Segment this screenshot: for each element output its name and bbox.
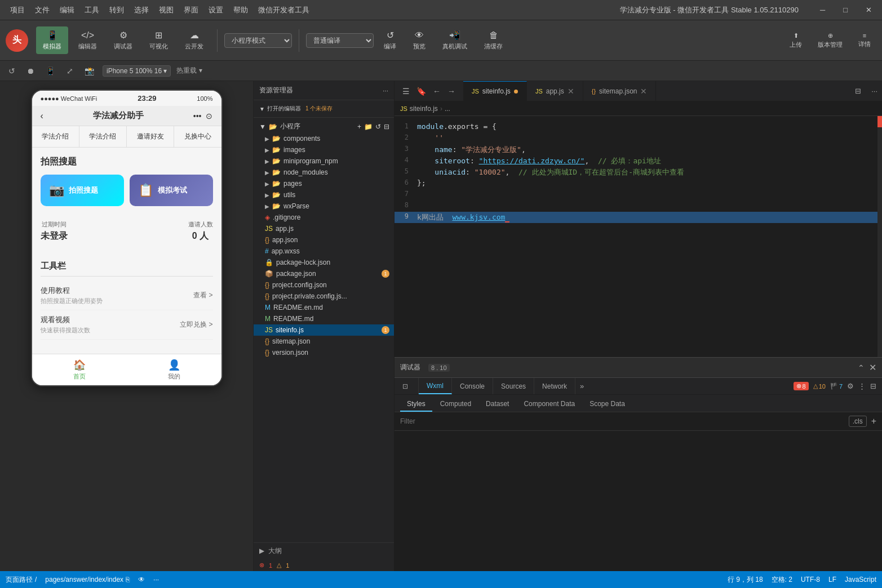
tool-item-video-action[interactable]: 立即兑换 > [180, 320, 212, 329]
action-card-photo[interactable]: 📷 拍照搜题 [41, 175, 124, 206]
status-row-col[interactable]: 行 9，列 18 [728, 575, 763, 585]
devtools-more-tabs[interactable]: » [575, 378, 588, 394]
status-encoding[interactable]: UTF-8 [801, 576, 820, 583]
cloud-button[interactable]: ☁ 云开发 [178, 26, 210, 54]
new-folder-icon[interactable]: 📁 [364, 123, 373, 131]
back-icon[interactable]: ‹ [41, 111, 43, 121]
menu-item-select[interactable]: 选择 [130, 3, 153, 17]
visualize-button[interactable]: ⊞ 可视化 [143, 26, 175, 54]
editor-back-icon[interactable]: ← [431, 86, 443, 97]
menu-item-interface[interactable]: 界面 [179, 3, 203, 17]
tree-folder-wxparse[interactable]: ▶ 📂 wxParse [254, 201, 394, 212]
add-style-icon[interactable]: + [871, 416, 876, 426]
capture-icon[interactable]: ⊙ [206, 112, 212, 121]
devtools-settings-icon[interactable]: ⚙ [847, 382, 854, 390]
detail-button[interactable]: ≡ 详情 [853, 30, 876, 51]
tree-file-projconfig[interactable]: {} project.config.json [254, 279, 394, 291]
clear-cache-button[interactable]: 🗑 清缓存 [477, 27, 509, 54]
menu-item-help[interactable]: 帮助 [229, 3, 252, 17]
subtab-scope-data[interactable]: Scope Data [583, 397, 632, 412]
tree-file-pkgjson[interactable]: 📦 package.json 1 [254, 268, 394, 279]
tab-xuefahuanjie[interactable]: 学法介绍 [32, 126, 79, 147]
tree-file-projprivate[interactable]: {} project.private.config.js... [254, 291, 394, 302]
status-path[interactable]: pages/answer/index/index ⎘ [45, 576, 130, 583]
tree-file-readme-en[interactable]: M README.en.md [254, 302, 394, 313]
device-selector[interactable]: iPhone 5 100% 16 ▾ [103, 65, 171, 77]
tree-folder-node-modules[interactable]: ▶ 📂 node_modules [254, 167, 394, 178]
devtools-expand-icon[interactable]: ⌃ [858, 363, 865, 372]
status-line-ending[interactable]: LF [828, 576, 836, 583]
code-content[interactable]: 1 module.exports = { 2 '' 3 name: "学法减分专… [395, 116, 882, 357]
tree-file-appjs[interactable]: JS app.js [254, 223, 394, 234]
action-card-exam[interactable]: 📋 模拟考试 [130, 175, 213, 206]
editor-forward-icon[interactable]: → [445, 86, 458, 97]
collapse-icon[interactable]: ⊟ [384, 123, 389, 131]
tree-file-readme[interactable]: M README.md [254, 313, 394, 324]
editor-overflow-icon[interactable]: ··· [867, 87, 882, 95]
menu-item-view[interactable]: 视图 [154, 3, 178, 17]
tree-folder-utils[interactable]: ▶ 📂 utils [254, 189, 394, 201]
split-editor-icon[interactable]: ⊟ [849, 87, 867, 95]
subtab-computed[interactable]: Computed [433, 397, 478, 412]
devtools-tab-network[interactable]: Network [534, 378, 575, 394]
refresh-icon[interactable]: ↺ [6, 65, 18, 77]
simulator-button[interactable]: 📱 模拟器 [36, 26, 68, 54]
tab-appjs[interactable]: JS app.js ✕ [527, 81, 583, 101]
menu-item-goto[interactable]: 转到 [105, 3, 128, 17]
tree-folder-components[interactable]: ▶ 📂 components [254, 133, 394, 144]
tree-file-siteinfo[interactable]: JS siteinfo.js 1 [254, 324, 394, 336]
maximize-button[interactable]: □ [839, 3, 852, 16]
tree-miniprogram-root[interactable]: ▼ 📂 小程序 + 📁 ↺ ⊟ [254, 120, 394, 133]
styles-filter-input[interactable] [400, 417, 844, 425]
nav-profile[interactable]: 👤 我的 [127, 359, 221, 381]
subtab-styles[interactable]: Styles [400, 397, 432, 412]
device-phone-icon[interactable]: 📱 [43, 65, 58, 77]
explorer-more-icon[interactable]: ··· [383, 87, 388, 95]
hotreload-button[interactable]: 热重载 ▾ [176, 66, 202, 75]
debugger-button[interactable]: ⚙ 调试器 [107, 26, 139, 54]
minimize-button[interactable]: ─ [815, 3, 830, 16]
status-language[interactable]: JavaScript [845, 576, 876, 583]
rotate-icon[interactable]: ⤢ [64, 65, 76, 77]
menu-item-tools[interactable]: 工具 [80, 3, 104, 17]
tab-exchange[interactable]: 兑换中心 [174, 126, 221, 147]
mode-select[interactable]: 小程序模式 [224, 33, 292, 48]
subtab-dataset[interactable]: Dataset [479, 397, 516, 412]
nav-home[interactable]: 🏠 首页 [32, 359, 127, 381]
tree-folder-miniprogram-npm[interactable]: ▶ 📂 miniprogram_npm [254, 155, 394, 167]
screenshot-icon[interactable]: 📸 [82, 65, 97, 77]
menu-item-file[interactable]: 文件 [30, 3, 54, 17]
editor-bookmark-icon[interactable]: 🔖 [414, 86, 428, 97]
menu-item-settings[interactable]: 设置 [204, 3, 228, 17]
version-button[interactable]: ⊕ 版本管理 [812, 30, 848, 51]
editor-scrollbar[interactable] [877, 116, 882, 357]
tree-file-gitignore[interactable]: ◈ .gitignore [254, 212, 394, 223]
tree-folder-pages[interactable]: ▶ 📂 pages [254, 178, 394, 189]
subtab-component-data[interactable]: Component Data [517, 397, 582, 412]
copy-path-icon[interactable]: ⎘ [126, 576, 130, 583]
devtools-menu-icon[interactable]: ⋮ [858, 382, 866, 390]
tab-appjs-close[interactable]: ✕ [568, 87, 574, 96]
devtools-tab-wxml[interactable]: ⊡ [395, 378, 419, 394]
compile-button[interactable]: ↺ 编译 [377, 26, 403, 54]
user-avatar[interactable]: 头 [6, 29, 28, 52]
tree-file-appwxss[interactable]: # app.wxss [254, 246, 394, 257]
compile-select[interactable]: 普通编译 [306, 33, 374, 48]
tab-sitemap-close[interactable]: ✕ [640, 87, 647, 96]
devtools-tab-wxml-label[interactable]: Wxml [419, 378, 452, 394]
tree-folder-images[interactable]: ▶ 📂 images [254, 144, 394, 155]
tree-file-sitemap[interactable]: {} sitemap.json [254, 336, 394, 347]
cls-button[interactable]: .cls [849, 416, 867, 427]
status-spaces[interactable]: 空格: 2 [772, 575, 792, 585]
tool-item-tutorial[interactable]: 使用教程 拍照搜题正确使用姿势 查看 > [41, 281, 213, 310]
editor-button[interactable]: </> 编辑器 [72, 27, 104, 54]
upload-button[interactable]: ⬆ 上传 [784, 30, 808, 51]
tool-item-video[interactable]: 观看视频 快速获得搜题次数 立即兑换 > [41, 310, 213, 340]
menu-item-project[interactable]: 项目 [6, 3, 29, 17]
close-button[interactable]: ✕ [861, 3, 876, 16]
devtools-dock-icon[interactable]: ⊟ [870, 382, 876, 390]
menu-item-edit[interactable]: 编辑 [55, 3, 79, 17]
tab-xuefajieshao[interactable]: 学法介绍 [79, 126, 127, 147]
tree-file-version[interactable]: {} version.json [254, 347, 394, 358]
new-file-icon[interactable]: + [357, 123, 361, 131]
